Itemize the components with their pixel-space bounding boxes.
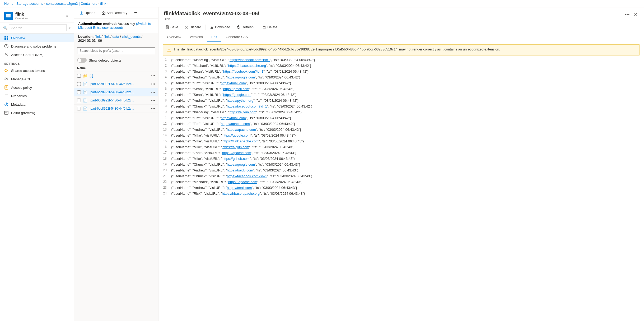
url-link[interactable]: https://facebook.com?id=1 [227, 174, 267, 178]
url-link[interactable]: https://aliyun.com [222, 145, 249, 149]
file-more-4[interactable]: ••• [151, 106, 155, 111]
breadcrumb-containers[interactable]: contosoeastus2gen2 | Containers [46, 2, 97, 6]
breadcrumb: Home › Storage accounts › contosoeastus2… [0, 0, 644, 7]
sidebar-item-iam[interactable]: Access Control (IAM) [0, 50, 74, 59]
file-item-2[interactable]: 📄 .part-6dc8992f-5430-44f6-b2c... ••• [74, 88, 158, 96]
file-item-3[interactable]: 📄 .part-6dc8992f-5430-44f6-b2c... ••• [74, 96, 158, 105]
url-link[interactable]: https://tmall.com [221, 81, 246, 85]
breadcrumb-storage[interactable]: Storage accounts [16, 2, 43, 6]
url-link[interactable]: https://tmall.com [221, 116, 246, 120]
discard-button[interactable]: Discard [182, 24, 204, 30]
add-directory-button[interactable]: Add Directory [99, 10, 130, 16]
line-content: {"userName": "Machael", "visitURL": "htt… [169, 63, 644, 69]
breadcrumb-sep-3: › [98, 2, 99, 5]
panel-close-button[interactable]: ✕ [633, 11, 639, 18]
show-deleted-toggle[interactable] [77, 58, 87, 63]
url-link[interactable]: https://google.com [227, 75, 255, 79]
location-flink2[interactable]: flink [104, 35, 110, 39]
location-data[interactable]: data [113, 35, 119, 39]
location-flink1[interactable]: flink [95, 35, 101, 39]
toolbar-separator-2 [258, 25, 258, 30]
line-number: 14 [158, 133, 169, 139]
svg-rect-19 [5, 96, 8, 96]
url-link[interactable]: https://apache.com [222, 151, 251, 155]
url-link[interactable]: https://apache.com [227, 128, 256, 132]
sidebar-collapse-btn[interactable]: « [65, 12, 69, 19]
download-button[interactable]: Download [207, 24, 233, 30]
search-input[interactable] [9, 25, 67, 31]
search-container: 🔍 « [0, 22, 74, 34]
sidebar-item-diagnose[interactable]: Diagnose and solve problems [0, 42, 74, 50]
discard-label: Discard [190, 25, 201, 29]
url-link[interactable]: https://gmail.com [223, 87, 249, 91]
svg-rect-3 [7, 36, 8, 38]
file-checkbox-4[interactable] [77, 107, 81, 110]
upload-button[interactable]: Upload [77, 10, 98, 16]
file-checkbox-2[interactable] [77, 90, 81, 94]
file-checkbox-parent[interactable] [77, 74, 81, 78]
tab-edit[interactable]: Edit [207, 32, 221, 42]
url-link[interactable]: https://facebook.com?id=1 [223, 69, 263, 73]
warning-text: The file 'flink/data/click_events/2024-0… [174, 47, 500, 51]
file-checkbox-1[interactable] [77, 82, 81, 86]
line-number: 9 [158, 104, 169, 110]
file-name-parent: [..] [90, 74, 149, 78]
line-number: 11 [158, 116, 169, 122]
sidebar-item-manage-acl[interactable]: Manage ACL [0, 75, 74, 83]
url-link[interactable]: https://hbase.apache.org [222, 192, 260, 196]
code-editor[interactable]: 1{"userName": "XiaoMing", "visitURL": "h… [158, 58, 644, 321]
file-item-parent[interactable]: 📁 [..] ••• [74, 72, 158, 80]
url-link[interactable]: https://apache.com [221, 122, 250, 126]
url-link[interactable]: https://hbase.apache.org [228, 64, 266, 68]
code-line: 1{"userName": "XiaoMing", "visitURL": "h… [158, 58, 644, 63]
tabs-container: Overview Versions Edit Generate SAS [158, 32, 644, 42]
file-more-3[interactable]: ••• [151, 98, 155, 103]
tab-overview[interactable]: Overview [163, 32, 185, 42]
breadcrumb-flink[interactable]: flink [100, 2, 106, 6]
sidebar-item-shared-access[interactable]: Shared access tokens [0, 66, 74, 75]
url-link[interactable]: https://github.com [222, 157, 250, 161]
url-link[interactable]: https://aliyun.com [230, 110, 256, 114]
right-panel-header: flink/data/click_events/2024-03-03--06/ … [158, 7, 644, 22]
line-content: {"userName": "Sean", "visitURL": "https:… [169, 92, 644, 98]
url-link[interactable]: https://tmall.com [227, 186, 252, 190]
url-link[interactable]: https://python.org [227, 99, 253, 103]
tab-generate-sas[interactable]: Generate SAS [221, 32, 252, 42]
file-more-2[interactable]: ••• [151, 90, 155, 94]
sidebar-item-metadata[interactable]: Metadata [0, 100, 74, 109]
search-collapse-icon[interactable]: « [68, 26, 71, 30]
breadcrumb-home[interactable]: Home [4, 2, 13, 6]
svg-point-10 [5, 69, 7, 72]
refresh-button[interactable]: Refresh [234, 24, 256, 30]
url-link[interactable]: https://apache.com [228, 180, 257, 184]
file-checkbox-3[interactable] [77, 99, 81, 102]
sidebar-item-overview[interactable]: Overview [0, 34, 74, 42]
url-link[interactable]: https://facebook.com?id=1 [227, 104, 267, 108]
overview-icon [4, 36, 8, 40]
file-more-1[interactable]: ••• [151, 82, 155, 86]
file-more-parent[interactable]: ••• [151, 74, 155, 78]
url-link[interactable]: https://baidu.com [227, 168, 253, 172]
url-link[interactable]: https://google.com [227, 162, 255, 166]
sidebar-item-properties[interactable]: Properties [0, 92, 74, 100]
url-link[interactable]: https://flink.apache.com [222, 139, 259, 143]
file-item-1[interactable]: 📄 .part-6dc8992f-5430-44f6-b2c... ••• [74, 80, 158, 88]
panel-more-button[interactable]: ••• [624, 11, 631, 18]
url-link[interactable]: https://facebook.com?id=1 [230, 58, 270, 62]
location-click-events[interactable]: click_events [122, 35, 141, 39]
metadata-icon [4, 102, 8, 106]
warning-icon: ⚠ [167, 48, 171, 53]
toggle-knob [78, 58, 81, 62]
file-item-4[interactable]: 📄 .part-6dc8992f-5430-44f6-b2c... ••• [74, 105, 158, 113]
delete-button[interactable]: Delete [260, 24, 280, 30]
url-link[interactable]: https://google.com [223, 93, 251, 97]
blob-search-input[interactable] [77, 47, 155, 54]
more-options-button[interactable]: ••• [131, 10, 140, 16]
sidebar-item-editor[interactable]: Editor (preview) [0, 109, 74, 117]
tab-versions[interactable]: Versions [185, 32, 207, 42]
line-content: {"userName": "Chunck", "visitURL": "http… [169, 104, 644, 110]
sidebar-item-access-policy[interactable]: Access policy [0, 83, 74, 92]
save-button[interactable]: Save [163, 24, 181, 30]
url-link[interactable]: https://google.com [222, 133, 250, 137]
sidebar: flink Container « 🔍 « Overview Diagnose … [0, 7, 74, 321]
